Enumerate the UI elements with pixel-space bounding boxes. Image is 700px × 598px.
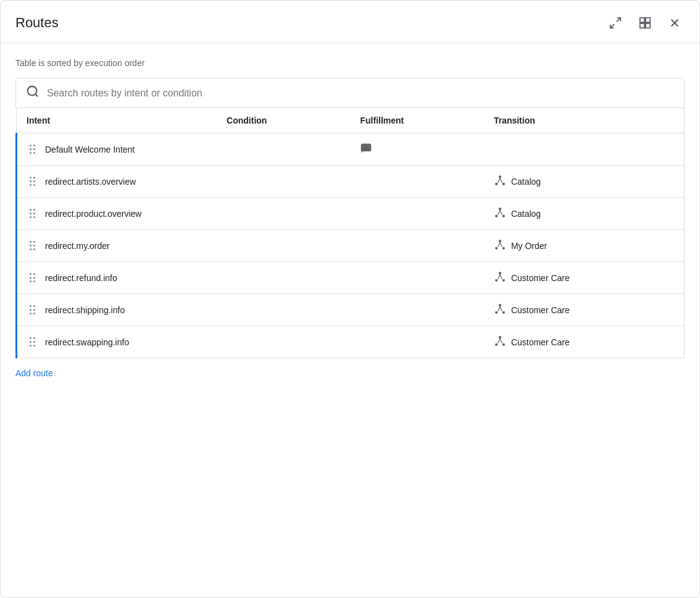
svg-point-33 bbox=[499, 304, 501, 306]
svg-point-20 bbox=[502, 215, 505, 217]
svg-point-30 bbox=[502, 279, 505, 282]
svg-point-29 bbox=[495, 279, 498, 282]
search-icon bbox=[26, 85, 40, 101]
drag-handle[interactable] bbox=[27, 174, 38, 188]
svg-point-39 bbox=[495, 343, 498, 346]
search-input[interactable] bbox=[47, 88, 674, 99]
intent-cell: redirect.product.overview bbox=[17, 198, 217, 230]
condition-cell bbox=[217, 198, 350, 230]
svg-line-36 bbox=[498, 306, 500, 311]
fulfillment-cell bbox=[350, 326, 483, 358]
svg-point-19 bbox=[495, 215, 498, 217]
add-route-button[interactable]: Add route bbox=[15, 358, 685, 393]
table-row[interactable]: Default Welcome Intent bbox=[17, 133, 685, 166]
search-bar bbox=[15, 78, 685, 108]
routes-dialog: Routes bbox=[0, 0, 700, 598]
transition-cell: Customer Care bbox=[484, 294, 685, 326]
transition-cell: Catalog bbox=[484, 198, 685, 230]
dialog-header: Routes bbox=[1, 1, 699, 43]
intent-label: Default Welcome Intent bbox=[45, 145, 135, 154]
col-header-intent: Intent bbox=[17, 108, 217, 133]
svg-line-42 bbox=[500, 339, 502, 343]
transition-label: Customer Care bbox=[511, 305, 570, 315]
fulfillment-cell bbox=[350, 294, 483, 326]
state-icon bbox=[494, 335, 506, 349]
svg-point-18 bbox=[499, 208, 501, 210]
table-row[interactable]: redirect.my.order My Order bbox=[17, 230, 685, 262]
fulfillment-cell bbox=[350, 262, 483, 294]
svg-point-35 bbox=[502, 311, 505, 314]
svg-line-26 bbox=[498, 242, 500, 247]
drag-handle[interactable] bbox=[27, 271, 38, 285]
drag-handle[interactable] bbox=[27, 303, 38, 317]
drag-handle[interactable] bbox=[27, 335, 38, 349]
svg-line-17 bbox=[500, 178, 502, 183]
transition-cell: Customer Care bbox=[484, 326, 685, 358]
header-actions bbox=[606, 13, 685, 33]
intent-label: redirect.product.overview bbox=[45, 209, 141, 219]
expand-button[interactable] bbox=[606, 13, 625, 33]
svg-point-28 bbox=[499, 272, 501, 274]
svg-line-22 bbox=[500, 210, 502, 215]
drag-handle[interactable] bbox=[27, 206, 38, 221]
transition-label: Customer Care bbox=[511, 273, 570, 283]
table-header-row: Intent Condition Fulfillment Transition bbox=[17, 108, 685, 133]
dialog-title: Routes bbox=[15, 15, 59, 31]
col-header-fulfillment: Fulfillment bbox=[350, 108, 483, 133]
col-header-transition: Transition bbox=[484, 108, 685, 133]
state-icon bbox=[494, 238, 506, 253]
transition-label: Customer Care bbox=[511, 337, 570, 347]
transition-cell bbox=[484, 133, 685, 166]
svg-rect-4 bbox=[640, 23, 644, 28]
drag-handle[interactable] bbox=[27, 142, 38, 156]
intent-label: redirect.refund.info bbox=[45, 273, 117, 283]
table-row[interactable]: redirect.refund.info Customer Care bbox=[17, 262, 685, 294]
intent-label: redirect.my.order bbox=[45, 241, 110, 251]
table-row[interactable]: redirect.swapping.info Customer Care bbox=[17, 326, 685, 358]
table-row[interactable]: redirect.shipping.info Customer Care bbox=[17, 294, 685, 326]
intent-cell: Default Welcome Intent bbox=[17, 133, 217, 166]
transition-label: Catalog bbox=[511, 209, 541, 219]
state-icon bbox=[494, 206, 506, 221]
svg-point-14 bbox=[495, 183, 498, 185]
condition-cell bbox=[217, 262, 350, 294]
condition-cell bbox=[217, 326, 350, 358]
svg-point-40 bbox=[502, 343, 505, 346]
condition-cell bbox=[217, 230, 350, 262]
condition-cell bbox=[217, 166, 350, 198]
condition-cell bbox=[217, 133, 350, 166]
intent-label: redirect.swapping.info bbox=[45, 337, 129, 347]
routes-table: Intent Condition Fulfillment Transition … bbox=[15, 108, 685, 358]
svg-rect-2 bbox=[640, 18, 644, 22]
state-icon bbox=[494, 303, 506, 317]
transition-cell: Customer Care bbox=[484, 262, 685, 294]
svg-line-9 bbox=[35, 94, 38, 96]
svg-rect-5 bbox=[646, 23, 650, 28]
svg-point-38 bbox=[499, 336, 501, 339]
dialog-body: Table is sorted by execution order Inten… bbox=[1, 43, 699, 597]
svg-rect-10 bbox=[362, 144, 371, 151]
split-view-button[interactable] bbox=[635, 13, 655, 33]
table-row[interactable]: redirect.product.overview Catalog bbox=[17, 198, 685, 230]
intent-cell: redirect.refund.info bbox=[17, 262, 217, 294]
svg-line-1 bbox=[610, 24, 614, 28]
svg-point-25 bbox=[502, 247, 505, 250]
close-button[interactable] bbox=[665, 13, 685, 33]
svg-line-37 bbox=[500, 306, 502, 311]
condition-cell bbox=[217, 294, 350, 326]
svg-point-23 bbox=[499, 240, 501, 242]
svg-line-27 bbox=[500, 242, 502, 247]
table-row[interactable]: redirect.artists.overview Catalog bbox=[17, 166, 685, 198]
intent-cell: redirect.artists.overview bbox=[17, 166, 217, 198]
fulfillment-cell bbox=[350, 230, 483, 262]
fulfillment-cell bbox=[350, 198, 483, 230]
svg-line-41 bbox=[498, 339, 500, 343]
fulfillment-cell bbox=[350, 133, 483, 166]
svg-line-16 bbox=[498, 178, 500, 183]
drag-handle[interactable] bbox=[27, 238, 38, 253]
svg-line-32 bbox=[500, 274, 502, 279]
svg-point-13 bbox=[499, 175, 501, 178]
svg-line-31 bbox=[498, 274, 500, 279]
fulfillment-cell bbox=[350, 166, 483, 198]
transition-label: My Order bbox=[511, 241, 547, 251]
